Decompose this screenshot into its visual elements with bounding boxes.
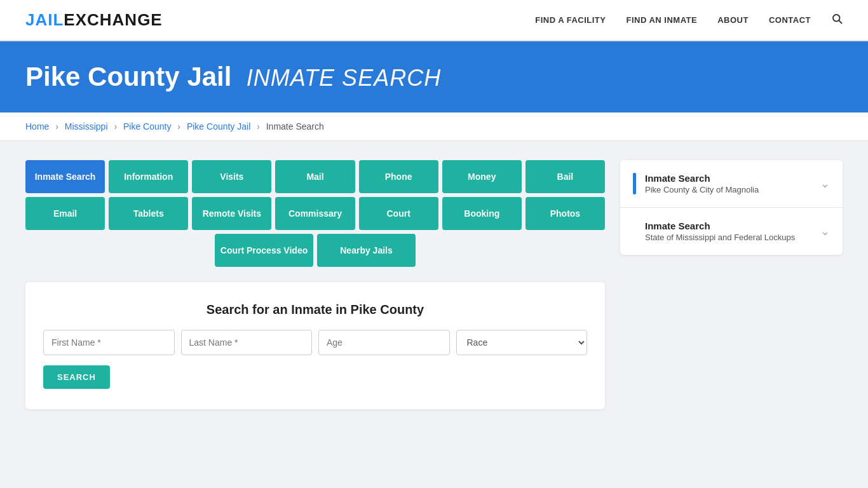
search-card: Search for an Inmate in Pike County Race… [25,282,605,409]
main-content: Inmate Search Information Visits Mail Ph… [0,141,868,428]
btn-phone[interactable]: Phone [359,160,438,193]
sidebar-spacer-2 [633,220,636,242]
btn-commissary[interactable]: Commissary [275,197,355,230]
btn-court[interactable]: Court [359,197,438,230]
nav-buttons-row1: Inmate Search Information Visits Mail Ph… [25,160,605,193]
breadcrumb-sep-3: › [177,121,180,132]
header: JAILEXCHANGE FIND A FACILITY FIND AN INM… [0,0,868,41]
nav-buttons-row3: Court Process Video Nearby Jails [25,234,605,267]
btn-remote-visits[interactable]: Remote Visits [192,197,271,230]
last-name-input[interactable] [181,330,313,355]
search-button[interactable]: SEARCH [43,365,110,389]
chevron-icon-2: ⌄ [820,224,830,238]
btn-bail[interactable]: Bail [526,160,605,193]
breadcrumb-mississippi[interactable]: Mississippi [65,121,108,132]
btn-court-process-video[interactable]: Court Process Video [215,234,313,267]
btn-mail[interactable]: Mail [275,160,355,193]
breadcrumb-sep-1: › [55,121,58,132]
nav-find-facility[interactable]: FIND A FACILITY [535,15,606,25]
breadcrumb-pike-county-jail[interactable]: Pike County Jail [187,121,250,132]
sidebar-card: Inmate Search Pike County & City of Magn… [620,160,843,255]
sidebar-item-subtitle-1: Pike County & City of Magnolia [645,185,759,194]
nav-about[interactable]: ABOUT [717,15,749,25]
hero-banner: Pike County Jail INMATE SEARCH [0,41,868,112]
btn-email[interactable]: Email [25,197,105,230]
right-sidebar: Inmate Search Pike County & City of Magn… [620,160,843,409]
site-logo[interactable]: JAILEXCHANGE [25,10,163,30]
breadcrumb-current: Inmate Search [266,121,324,132]
main-nav: FIND A FACILITY FIND AN INMATE ABOUT CON… [535,13,843,27]
sidebar-item-text-2: Inmate Search State of Mississippi and F… [645,220,795,242]
svg-line-1 [839,20,841,23]
header-search-button[interactable] [831,13,843,27]
btn-visits[interactable]: Visits [192,160,271,193]
breadcrumb-home[interactable]: Home [25,121,49,132]
sidebar-item-title-2: Inmate Search [645,220,795,231]
age-input[interactable] [318,330,450,355]
chevron-icon-1: ⌄ [820,177,830,191]
sidebar-item-mississippi[interactable]: Inmate Search State of Mississippi and F… [620,208,843,255]
breadcrumb-pike-county[interactable]: Pike County [123,121,171,132]
nav-buttons-row2: Email Tablets Remote Visits Commissary C… [25,197,605,230]
btn-tablets[interactable]: Tablets [109,197,188,230]
btn-information[interactable]: Information [109,160,188,193]
nav-contact[interactable]: CONTACT [769,15,811,25]
search-title: Search for an Inmate in Pike County [43,302,587,317]
breadcrumb-sep-2: › [114,121,117,132]
sidebar-accent-1 [633,173,636,194]
logo-part1: JAIL [25,10,64,29]
nav-find-inmate[interactable]: FIND AN INMATE [626,15,697,25]
first-name-input[interactable] [43,330,175,355]
sidebar-item-subtitle-2: State of Mississippi and Federal Lockups [645,233,795,242]
search-form-row: Race White Black Hispanic Asian Other [43,330,587,355]
btn-money[interactable]: Money [442,160,522,193]
btn-booking[interactable]: Booking [442,197,522,230]
race-select[interactable]: Race White Black Hispanic Asian Other [456,330,588,355]
left-column: Inmate Search Information Visits Mail Ph… [25,160,605,409]
breadcrumb-sep-4: › [257,121,260,132]
sidebar-item-text-1: Inmate Search Pike County & City of Magn… [645,173,759,194]
btn-inmate-search[interactable]: Inmate Search [25,160,105,193]
sidebar-item-title-1: Inmate Search [645,173,759,184]
breadcrumb: Home › Mississippi › Pike County › Pike … [0,112,868,141]
sidebar-item-pike-county[interactable]: Inmate Search Pike County & City of Magn… [620,160,843,208]
btn-nearby-jails[interactable]: Nearby Jails [317,234,416,267]
logo-part2: EXCHANGE [64,10,162,29]
btn-photos[interactable]: Photos [526,197,605,230]
page-title: Pike County Jail INMATE SEARCH [25,62,843,92]
